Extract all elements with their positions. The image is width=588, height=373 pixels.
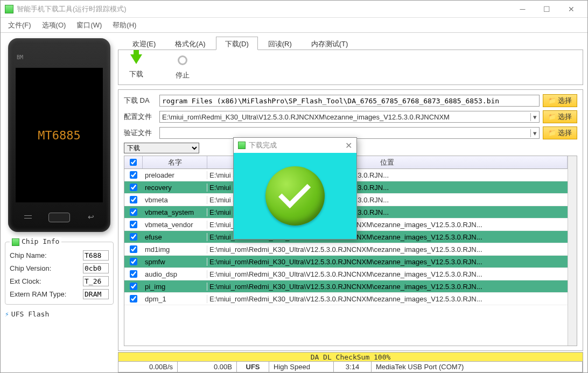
row-name: audio_dsp — [143, 270, 207, 278]
row-location: E:\miui_rom\Redmi_K30_Ultra\V12.5.3.0.RJ… — [207, 283, 568, 291]
tab-format[interactable]: 格式化(A) — [166, 37, 214, 50]
row-location: E:\miui_rom\Redmi_K30_Ultra\V12.5.3.0.RJ… — [207, 295, 568, 303]
close-button[interactable]: ✕ — [559, 1, 583, 17]
auth-select-button[interactable]: 选择 — [543, 126, 577, 139]
table-row[interactable]: md1imgE:\miui_rom\Redmi_K30_Ultra\V12.5.… — [124, 243, 568, 256]
row-name: dpm_1 — [143, 295, 207, 303]
status-storage: UFS — [237, 362, 269, 372]
row-checkbox[interactable] — [124, 233, 143, 241]
phone-menu-icon — [24, 214, 32, 220]
table-scrollbar[interactable] — [568, 156, 577, 346]
chip-label: MT6885 — [38, 129, 80, 142]
table-row[interactable]: dpm_1E:\miui_rom\Redmi_K30_Ultra\V12.5.3… — [124, 293, 568, 305]
titlebar: 智能手机下载工具(运行时跟踪模式) ─ ☐ ✕ — [1, 1, 587, 18]
row-name: recovery — [143, 184, 207, 192]
success-check-icon — [265, 166, 325, 226]
row-name: vbmeta_system — [143, 208, 207, 216]
minimize-button[interactable]: ─ — [510, 1, 535, 17]
dialog-icon — [238, 142, 246, 149]
maximize-button[interactable]: ☐ — [535, 1, 559, 17]
phone-back-icon: ↩ — [88, 213, 94, 221]
row-checkbox[interactable] — [124, 184, 143, 191]
dialog-body — [234, 153, 356, 239]
tab-readback[interactable]: 回读(R) — [259, 37, 301, 50]
table-row[interactable]: pi_imgE:\miui_rom\Redmi_K30_Ultra\V12.5.… — [124, 280, 568, 293]
row-checkbox[interactable] — [124, 208, 143, 216]
ext-clock-label: Ext Clock: — [10, 277, 83, 285]
menu-options[interactable]: 选项(O) — [37, 18, 72, 32]
progress-area: DA DL CheckSum 100% 0.00B/s 0.00B UFS Hi… — [118, 352, 583, 372]
chip-info-group: Chip Info Chip Name: Chip Version: Ext C… — [5, 242, 114, 305]
menubar: 文件(F) 选项(O) 窗口(W) 帮助(H) — [1, 18, 587, 33]
status-port: MediaTek USB Port (COM7) — [372, 362, 583, 372]
progress-bar: DA DL CheckSum 100% — [118, 352, 583, 362]
header-name[interactable]: 名字 — [143, 156, 207, 168]
phone-screen: MT6885 — [16, 68, 103, 202]
phone-home-icon — [48, 213, 70, 222]
da-label: 下载 DA — [124, 96, 156, 105]
tab-welcome[interactable]: 欢迎(E) — [123, 37, 165, 50]
tab-download[interactable]: 下载(D) — [216, 37, 258, 50]
row-name: preloader — [143, 171, 207, 179]
row-name: vbmeta_vendor — [143, 221, 207, 229]
chip-version-field[interactable] — [83, 263, 109, 273]
window-title: 智能手机下载工具(运行时跟踪模式) — [17, 4, 510, 14]
status-time: 3:14 — [334, 362, 372, 372]
row-checkbox[interactable] — [124, 221, 143, 228]
stop-button[interactable]: 停止 — [176, 54, 190, 80]
da-input[interactable] — [159, 95, 540, 107]
chip-name-field[interactable] — [83, 250, 109, 261]
row-location: E:\miui_rom\Redmi_K30_Ultra\V12.5.3.0.RJ… — [207, 258, 568, 266]
row-name: efuse — [143, 233, 207, 241]
left-panel: BM MT6885 ↩ Chip Info Chip Name: Chip Ve… — [1, 33, 118, 372]
status-speed: 0.00B/s — [118, 362, 178, 372]
ram-type-label: Extern RAM Type: — [10, 290, 83, 298]
row-checkbox[interactable] — [124, 270, 143, 278]
chip-info-title: Chip Info — [10, 237, 61, 246]
scatter-label: 配置文件 — [124, 112, 156, 122]
row-checkbox[interactable] — [124, 258, 143, 265]
app-icon — [5, 5, 13, 13]
scatter-select-button[interactable]: 选择 — [543, 110, 577, 123]
menu-help[interactable]: 帮助(H) — [107, 18, 142, 32]
download-mode-select[interactable]: 下载 — [124, 143, 199, 153]
table-row[interactable]: audio_dspE:\miui_rom\Redmi_K30_Ultra\V12… — [124, 268, 568, 280]
chip-version-label: Chip Version: — [10, 264, 83, 272]
auth-label: 验证文件 — [124, 128, 156, 138]
da-select-button[interactable]: 选择 — [543, 94, 577, 107]
header-check-all[interactable] — [124, 156, 143, 168]
app-window: 智能手机下载工具(运行时跟踪模式) ─ ☐ ✕ 文件(F) 选项(O) 窗口(W… — [0, 0, 588, 373]
row-checkbox[interactable] — [124, 295, 143, 302]
row-name: md1img — [143, 245, 207, 254]
menu-file[interactable]: 文件(F) — [3, 18, 37, 32]
chevron-down-icon: ▾ — [530, 113, 539, 121]
phone-preview: BM MT6885 ↩ — [8, 38, 110, 232]
scatter-combo[interactable]: E:\miui_rom\Redmi_K30_Ultra\V12.5.3.0.RJ… — [159, 111, 540, 123]
row-location: E:\miui_rom\Redmi_K30_Ultra\V12.5.3.0.RJ… — [207, 245, 568, 254]
ufs-flash-label: UFS Flash — [5, 310, 114, 318]
stop-icon — [176, 55, 190, 69]
tab-memtest[interactable]: 内存测试(T) — [302, 37, 358, 50]
row-checkbox[interactable] — [124, 171, 143, 179]
phone-brand-label: BM — [17, 54, 23, 60]
ext-clock-field[interactable] — [83, 276, 109, 286]
chip-name-label: Chip Name: — [10, 251, 83, 259]
row-name: spmfw — [143, 258, 207, 266]
ram-type-field[interactable] — [83, 289, 109, 299]
download-complete-dialog: 下载完成 ✕ — [233, 137, 357, 240]
row-name: vbmeta — [143, 196, 207, 204]
dialog-close-button[interactable]: ✕ — [345, 140, 352, 151]
toolbar: 下载 停止 — [118, 50, 583, 85]
chevron-down-icon: ▾ — [530, 129, 539, 137]
status-size: 0.00B — [178, 362, 237, 372]
menu-window[interactable]: 窗口(W) — [71, 18, 107, 32]
table-row[interactable]: spmfwE:\miui_rom\Redmi_K30_Ultra\V12.5.3… — [124, 256, 568, 268]
row-name: pi_img — [143, 283, 207, 291]
row-checkbox[interactable] — [124, 283, 143, 290]
download-arrow-icon — [129, 54, 143, 68]
row-checkbox[interactable] — [124, 245, 143, 253]
status-usb: High Speed — [269, 362, 334, 372]
row-checkbox[interactable] — [124, 196, 143, 203]
tabbar: 欢迎(E) 格式化(A) 下载(D) 回读(R) 内存测试(T) — [118, 36, 583, 50]
download-button[interactable]: 下载 — [129, 54, 143, 80]
